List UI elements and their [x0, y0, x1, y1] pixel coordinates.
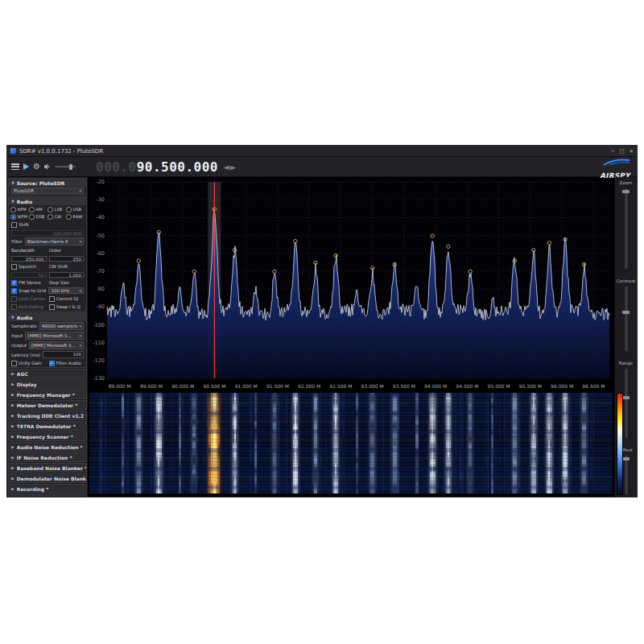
waterfall-streak — [127, 393, 129, 493]
waterfall-streak — [341, 393, 343, 493]
settings-gear-icon[interactable]: ⚙ — [33, 163, 40, 171]
frequency-tick-label: 92.000 M — [298, 383, 320, 389]
volume-slider[interactable] — [55, 166, 76, 167]
volume-slider-thumb[interactable] — [69, 164, 72, 170]
latency-input[interactable]: 100 — [43, 351, 84, 358]
sidebar-panel-tracking-dde-client-v1-2[interactable]: ▶Tracking DDE Client v1.2 * — [8, 411, 87, 420]
minimize-button[interactable]: ─ — [611, 148, 614, 155]
sidebar-panel-audio-noise-reduction[interactable]: ▶Audio Noise Reduction * — [8, 442, 87, 452]
spectrum-plot[interactable]: -20-30-40-50-60-70-80-90-100-110-120-130 — [89, 177, 613, 382]
waterfall-streak — [179, 393, 181, 493]
filter-window-select[interactable]: Blackman-Harris 4 ▾ — [25, 237, 84, 246]
panel-title: Frequency Scanner * — [17, 434, 73, 440]
speaker-icon — [44, 163, 51, 170]
cw-shift-input[interactable]: 1,000 — [49, 272, 85, 278]
range-slider-thumb[interactable] — [622, 396, 630, 399]
svg-text:-20: -20 — [96, 179, 105, 185]
mode-radio-cw[interactable]: CW — [47, 213, 66, 220]
mode-radio-raw[interactable]: RAW — [66, 213, 85, 220]
mode-radio-usb[interactable]: USB — [66, 206, 85, 213]
waterfall-streak — [375, 393, 377, 493]
sidebar-panel-frequency-manager[interactable]: ▶Frequency Manager * — [8, 390, 87, 399]
sidebar-panel-meteor-demodulator[interactable]: ▶Meteor Demodulator * — [8, 400, 87, 410]
titlebar[interactable]: SDR# v1.0.0.1732 - PlutoSDR ─ □ ✕ — [7, 146, 637, 157]
sidebar-panel-baseband-noise-blanker[interactable]: ▶Baseband Noise Blanker * — [8, 463, 87, 473]
swap-iq-checkbox[interactable]: Swap I & Q — [49, 304, 85, 310]
sidebar-panel-agc[interactable]: ▶AGC — [8, 369, 87, 378]
frequency-step-up-icon[interactable]: ► — [230, 163, 237, 171]
frequency-tick-label: 89.000 M — [109, 383, 131, 389]
waterfall-display[interactable] — [89, 393, 613, 493]
source-device-select[interactable]: PlutoSDR ▾ — [11, 188, 84, 194]
audio-output-select[interactable]: [MME] Microsoft S... ▾ — [29, 341, 84, 349]
squelch-checkbox[interactable]: Squelch — [11, 264, 47, 270]
contrast-slider[interactable] — [625, 287, 627, 351]
sidebar-panel-frequency-scanner[interactable]: ▶Frequency Scanner * — [8, 431, 87, 441]
mode-radio-dsb[interactable]: DSB — [29, 213, 47, 220]
bandwidth-label: Bandwidth — [11, 248, 47, 253]
radio-button-icon — [66, 207, 72, 213]
svg-text:-70: -70 — [96, 268, 105, 275]
frequency-tick-label: 92.500 M — [329, 383, 352, 389]
radio-panel-header[interactable]: ▼ Radio — [9, 197, 86, 205]
filter-audio-checkbox[interactable]: Filter Audio — [49, 361, 85, 366]
step-size-select[interactable]: 100 kHz ▾ — [48, 287, 84, 294]
frequency-display[interactable]: 000.090.500.000 — [96, 159, 218, 175]
audio-input-select[interactable]: [MME] Microsoft S... ▾ — [25, 332, 84, 340]
sidebar-panel-if-noise-reduction[interactable]: ▶IF Noise Reduction * — [8, 452, 87, 462]
waterfall-streak — [489, 393, 490, 493]
offset-slider-thumb[interactable] — [622, 457, 630, 460]
mode-radio-wfm[interactable]: WFM — [10, 213, 29, 220]
mode-label: DSB — [36, 214, 45, 219]
sidebar-panel-recording[interactable]: ▶Recording * — [8, 484, 87, 493]
waterfall-streak — [597, 393, 598, 493]
source-panel: ▼ Source: PlutoSDR PlutoSDR ▾ — [8, 178, 87, 196]
chevron-down-icon: ▾ — [79, 343, 81, 348]
mode-radio-am[interactable]: AM — [29, 206, 47, 213]
sidebar-panel-zoom-fft[interactable]: ▶Zoom FFT * — [8, 494, 87, 497]
contrast-slider-thumb[interactable] — [622, 311, 630, 314]
range-slider[interactable] — [625, 369, 627, 438]
shift-checkbox[interactable]: Shift — [11, 222, 29, 228]
panel-title: Meteor Demodulator * — [17, 402, 77, 408]
play-button[interactable] — [23, 163, 29, 170]
panel-title: Recording * — [17, 486, 48, 492]
waterfall-streak — [454, 393, 456, 493]
zoom-slider-thumb[interactable] — [622, 190, 630, 193]
frequency-tick-label: 96.500 M — [582, 383, 605, 389]
mode-radio-nfm[interactable]: NFM — [10, 206, 29, 213]
maximize-button[interactable]: □ — [619, 148, 624, 155]
snap-to-grid-checkbox[interactable]: Snap to Grid — [11, 288, 46, 294]
filter-audio-label: Filter Audio — [56, 361, 81, 365]
panel-title: Baseband Noise Blanker * — [17, 465, 87, 471]
panel-title: AGC — [17, 371, 28, 377]
swap-iq-label: Swap I & Q — [56, 304, 80, 309]
mode-radio-lsb[interactable]: LSB — [47, 206, 66, 213]
menu-button[interactable] — [11, 163, 19, 170]
sidebar-panel-display[interactable]: ▶Display — [8, 379, 87, 389]
svg-text:-80: -80 — [96, 286, 105, 292]
audio-panel-header[interactable]: ▼ Audio — [9, 313, 86, 321]
close-button[interactable]: ✕ — [630, 148, 634, 155]
offset-slider[interactable] — [625, 456, 627, 494]
audio-input-value: [MME] Microsoft S... — [27, 333, 72, 338]
source-panel-title: Source: PlutoSDR — [17, 180, 64, 186]
fm-stereo-checkbox[interactable]: FM Stereo — [11, 280, 47, 286]
frequency-tick-label: 91.000 M — [235, 383, 258, 389]
sidebar-panel-demodulator-noise-blanker[interactable]: ▶Demodulator Noise Blanker * — [8, 473, 87, 483]
zoom-slider[interactable] — [625, 188, 627, 269]
frequency-step-down-icon[interactable]: ◄ — [223, 163, 229, 171]
unity-gain-checkbox[interactable]: Unity Gain — [11, 361, 47, 366]
caret-right-icon: ▶ — [11, 413, 14, 418]
order-input[interactable]: 250 — [49, 256, 85, 262]
waterfall-streak — [504, 393, 506, 493]
caret-right-icon: ▶ — [11, 392, 14, 397]
correct-iq-checkbox[interactable]: Correct IQ — [49, 296, 85, 302]
squelch-label: Squelch — [19, 264, 36, 269]
bandwidth-input[interactable]: 250,000 — [11, 256, 47, 262]
sidebar-panel-tetra-demodulator[interactable]: ▶TETRA Demodulator * — [8, 421, 87, 431]
waterfall-streak — [398, 393, 399, 493]
waterfall-streak — [486, 393, 489, 493]
source-panel-header[interactable]: ▼ Source: PlutoSDR — [9, 179, 86, 187]
samplerate-select[interactable]: 48000 sample/sec ▾ — [39, 322, 84, 330]
